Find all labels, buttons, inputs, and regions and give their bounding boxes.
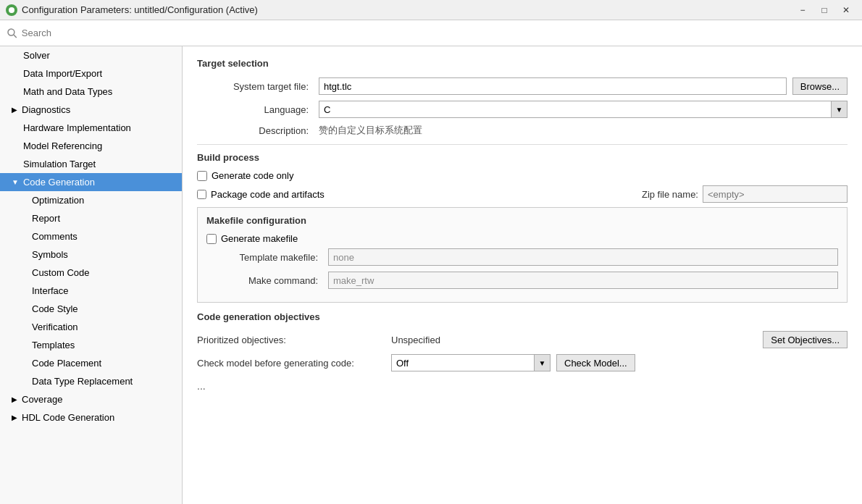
sidebar-item-math-data-types[interactable]: Math and Data Types bbox=[0, 83, 182, 101]
template-makefile-input[interactable] bbox=[328, 248, 838, 266]
sidebar-item-label-interface: Interface bbox=[32, 285, 69, 296]
package-code-checkbox[interactable] bbox=[197, 190, 206, 199]
code-gen-objectives-title: Code generation objectives bbox=[197, 311, 848, 322]
sidebar-item-code-style[interactable]: Code Style bbox=[0, 300, 182, 318]
package-code-label: Package code and artifacts bbox=[211, 189, 325, 200]
title-bar: Configuration Parameters: untitled/Confi… bbox=[0, 0, 862, 20]
package-code-row: Package code and artifacts Zip file name… bbox=[197, 185, 848, 203]
sidebar-item-label-diagnostics: Diagnostics bbox=[22, 104, 70, 115]
objectives-section: Code generation objectives Prioritized o… bbox=[197, 311, 848, 371]
language-select-wrapper: C C++ ▼ bbox=[319, 101, 848, 118]
make-command-row: Make command: bbox=[206, 272, 838, 289]
sidebar-item-label-optimization: Optimization bbox=[32, 195, 84, 206]
description-label: Description: bbox=[197, 125, 313, 136]
prioritized-objectives-label: Prioritized objectives: bbox=[197, 335, 385, 345]
sidebar-item-label-verification: Verification bbox=[32, 322, 78, 332]
sidebar-item-simulation-target[interactable]: Simulation Target bbox=[0, 155, 182, 173]
content-area: Target selection System target file: Bro… bbox=[183, 46, 862, 504]
template-makefile-label: Template makefile: bbox=[206, 252, 322, 263]
browse-button[interactable]: Browse... bbox=[792, 77, 848, 95]
check-model-select-arrow[interactable]: ▼ bbox=[534, 355, 550, 371]
ellipsis-text: ... bbox=[197, 380, 848, 392]
sidebar-item-solver[interactable]: Solver bbox=[0, 46, 182, 64]
sidebar-item-label-report: Report bbox=[32, 213, 60, 224]
language-row: Language: C C++ ▼ bbox=[197, 101, 848, 118]
build-process-title: Build process bbox=[197, 152, 848, 163]
sidebar-item-comments[interactable]: Comments bbox=[0, 227, 182, 245]
window-title: Configuration Parameters: untitled/Confi… bbox=[22, 4, 258, 15]
language-select-arrow[interactable]: ▼ bbox=[831, 101, 847, 117]
maximize-button[interactable]: □ bbox=[814, 2, 834, 18]
zip-file-name-label: Zip file name: bbox=[642, 189, 698, 200]
check-model-label: Check model before generating code: bbox=[197, 358, 385, 369]
check-model-select-wrapper: Off On ▼ bbox=[391, 354, 551, 371]
sidebar-item-label-model-referencing: Model Referencing bbox=[23, 140, 102, 151]
makefile-section: Makefile configuration Generate makefile… bbox=[197, 207, 848, 303]
sidebar-item-report[interactable]: Report bbox=[0, 209, 182, 227]
generate-code-only-row: Generate code only bbox=[197, 170, 848, 181]
sidebar-item-label-code-style: Code Style bbox=[32, 303, 78, 314]
sidebar-item-data-type-replacement[interactable]: Data Type Replacement bbox=[0, 372, 182, 390]
sidebar-item-label-coverage: Coverage bbox=[22, 394, 62, 405]
target-selection-title: Target selection bbox=[197, 58, 848, 69]
sidebar-item-label-code-generation: Code Generation bbox=[23, 177, 95, 188]
sidebar-item-custom-code[interactable]: Custom Code bbox=[0, 264, 182, 282]
sidebar-item-data-import-export[interactable]: Data Import/Export bbox=[0, 64, 182, 83]
sidebar-item-label-solver: Solver bbox=[23, 50, 50, 61]
sidebar-item-optimization[interactable]: Optimization bbox=[0, 191, 182, 209]
generate-makefile-checkbox[interactable] bbox=[206, 234, 217, 244]
sidebar-item-label-code-placement: Code Placement bbox=[32, 358, 101, 369]
svg-line-2 bbox=[14, 34, 17, 37]
sidebar-item-templates[interactable]: Templates bbox=[0, 336, 182, 354]
sidebar-item-label-symbols: Symbols bbox=[32, 249, 68, 260]
system-target-file-input[interactable] bbox=[319, 77, 787, 95]
search-input[interactable] bbox=[22, 28, 855, 38]
language-select[interactable]: C C++ bbox=[319, 101, 831, 117]
prioritized-objectives-value: Unspecified bbox=[391, 335, 757, 345]
make-command-label: Make command: bbox=[206, 275, 322, 286]
sidebar-item-label-comments: Comments bbox=[32, 231, 78, 242]
check-model-row: Check model before generating code: Off … bbox=[197, 354, 848, 371]
search-bar bbox=[0, 20, 862, 46]
minimize-button[interactable]: − bbox=[792, 2, 813, 18]
template-makefile-row: Template makefile: bbox=[206, 248, 838, 266]
check-model-button[interactable]: Check Model... bbox=[556, 354, 635, 371]
close-button[interactable]: ✕ bbox=[836, 2, 856, 18]
sidebar-item-hdl-code-generation[interactable]: ▶HDL Code Generation bbox=[0, 408, 182, 427]
sidebar-item-label-templates: Templates bbox=[32, 340, 75, 350]
system-target-file-label: System target file: bbox=[197, 81, 313, 92]
set-objectives-button[interactable]: Set Objectives... bbox=[763, 331, 848, 348]
sidebar-item-symbols[interactable]: Symbols bbox=[0, 245, 182, 264]
sidebar-item-code-generation[interactable]: ▼Code Generation bbox=[0, 173, 182, 191]
sidebar-item-hardware-impl[interactable]: Hardware Implementation bbox=[0, 119, 182, 137]
sidebar-item-model-referencing[interactable]: Model Referencing bbox=[0, 137, 182, 155]
check-model-select[interactable]: Off On bbox=[392, 355, 534, 371]
sidebar-item-label-custom-code: Custom Code bbox=[32, 267, 89, 278]
language-label: Language: bbox=[197, 104, 313, 115]
sidebar-item-label-hdl-code-generation: HDL Code Generation bbox=[22, 412, 114, 423]
generate-makefile-label: Generate makefile bbox=[221, 233, 298, 244]
sidebar-item-diagnostics[interactable]: ▶Diagnostics bbox=[0, 101, 182, 119]
sidebar-item-label-math-data-types: Math and Data Types bbox=[23, 86, 112, 97]
generate-code-only-checkbox[interactable] bbox=[197, 171, 207, 181]
search-icon bbox=[7, 28, 17, 38]
generate-code-only-label: Generate code only bbox=[212, 170, 293, 181]
svg-point-1 bbox=[8, 29, 14, 35]
generate-makefile-row: Generate makefile bbox=[206, 233, 838, 244]
sidebar-item-code-placement[interactable]: Code Placement bbox=[0, 354, 182, 372]
system-target-file-row: System target file: Browse... bbox=[197, 77, 848, 95]
description-row: Description: 赞的自定义目标系统配置 bbox=[197, 124, 848, 137]
make-command-input[interactable] bbox=[328, 272, 838, 289]
zip-file-name-input[interactable] bbox=[703, 185, 848, 203]
sidebar-item-coverage[interactable]: ▶Coverage bbox=[0, 390, 182, 408]
sidebar: SolverData Import/ExportMath and Data Ty… bbox=[0, 46, 183, 504]
description-value: 赞的自定义目标系统配置 bbox=[319, 124, 422, 137]
sidebar-item-interface[interactable]: Interface bbox=[0, 282, 182, 300]
sidebar-item-label-hardware-impl: Hardware Implementation bbox=[23, 122, 131, 133]
sidebar-item-verification[interactable]: Verification bbox=[0, 318, 182, 336]
prioritized-objectives-row: Prioritized objectives: Unspecified Set … bbox=[197, 331, 848, 348]
sidebar-item-label-data-import-export: Data Import/Export bbox=[23, 68, 102, 79]
app-icon bbox=[6, 4, 17, 16]
makefile-config-title: Makefile configuration bbox=[206, 215, 838, 226]
svg-point-0 bbox=[9, 7, 14, 13]
